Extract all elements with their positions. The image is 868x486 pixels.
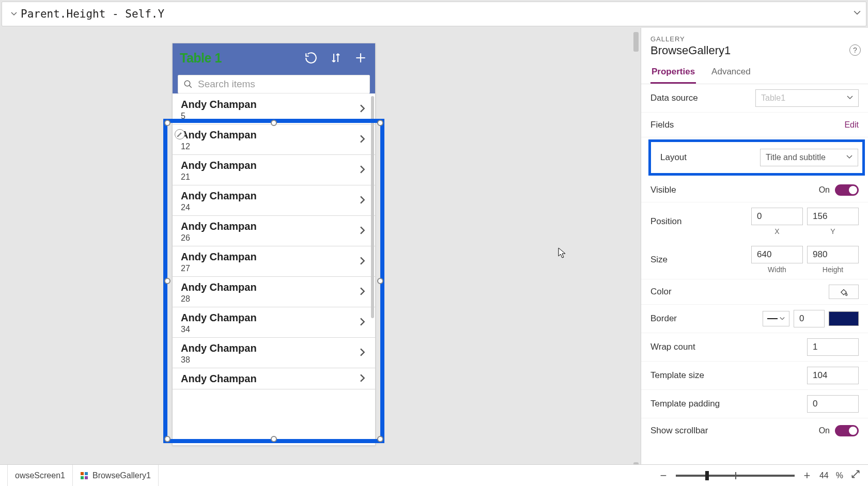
- zoom-in-button[interactable]: +: [802, 469, 812, 482]
- formula-text[interactable]: Parent.Height - Self.Y: [21, 8, 859, 20]
- refresh-icon[interactable]: [304, 51, 318, 65]
- app-header: Table 1: [173, 43, 375, 72]
- chevron-down-icon: [847, 93, 853, 103]
- chevron-right-icon[interactable]: [359, 318, 367, 328]
- formula-dropdown[interactable]: [9, 9, 19, 19]
- tab-advanced[interactable]: Advanced: [710, 62, 752, 84]
- prop-template-size: Template size: [641, 362, 868, 390]
- add-icon[interactable]: [353, 51, 368, 65]
- formula-bar[interactable]: Parent.Height - Self.Y: [2, 2, 866, 26]
- border-style-select[interactable]: [763, 311, 789, 326]
- breadcrumb-screen[interactable]: owseScreen1: [7, 465, 73, 486]
- app-title[interactable]: Table 1: [180, 51, 293, 66]
- chevron-right-icon[interactable]: [359, 287, 367, 297]
- chevron-down-icon: [11, 11, 17, 17]
- row-title: Andy Champan: [181, 281, 359, 293]
- breadcrumb-control[interactable]: BrowseGallery1: [73, 465, 159, 486]
- chevron-right-icon[interactable]: [359, 348, 367, 358]
- size-width-input[interactable]: [751, 246, 803, 263]
- scrollbar-toggle[interactable]: [835, 425, 859, 436]
- position-y-input[interactable]: [807, 208, 859, 225]
- gallery-row[interactable]: Andy Champan24: [173, 185, 375, 216]
- row-subtitle: 27: [181, 264, 359, 273]
- control-name[interactable]: BrowseGallery1: [641, 43, 868, 62]
- tab-properties[interactable]: Properties: [650, 62, 696, 84]
- chevron-right-icon[interactable]: [359, 104, 367, 115]
- chevron-right-icon[interactable]: [359, 135, 367, 145]
- canvas[interactable]: Table 1 Search items: [0, 28, 641, 486]
- row-title: Andy Champan: [181, 220, 359, 232]
- gallery-row[interactable]: Andy Champan26: [173, 216, 375, 246]
- prop-size: Size Width Height: [641, 241, 868, 279]
- prop-border: Border: [641, 305, 868, 333]
- resize-handle[interactable]: [164, 120, 171, 126]
- search-placeholder: Search items: [198, 79, 255, 90]
- chevron-down-icon: [846, 153, 853, 162]
- search-input[interactable]: Search items: [178, 75, 370, 93]
- gallery-row[interactable]: Andy Champan28: [173, 277, 375, 307]
- size-height-input[interactable]: [807, 246, 859, 263]
- row-title: Andy Champan: [181, 372, 359, 385]
- svg-rect-4: [85, 476, 88, 479]
- sort-icon[interactable]: [329, 51, 343, 65]
- svg-rect-3: [81, 476, 84, 479]
- scrollbar-thumb-top[interactable]: [633, 32, 639, 52]
- template-size-input[interactable]: [807, 367, 859, 384]
- row-subtitle: 38: [181, 355, 359, 365]
- gallery-row[interactable]: Andy Champan5: [173, 94, 375, 124]
- gallery-row[interactable]: Andy Champan27: [173, 246, 375, 277]
- gallery[interactable]: Andy Champan5Andy Champan12Andy Champan2…: [173, 94, 375, 445]
- resize-handle[interactable]: [377, 278, 383, 284]
- properties-tabs: Properties Advanced: [641, 62, 868, 84]
- resize-handle[interactable]: [377, 436, 383, 442]
- chevron-down-icon: [854, 9, 861, 17]
- svg-point-0: [184, 81, 190, 86]
- layout-select[interactable]: Title and subtitle: [760, 149, 858, 166]
- chevron-right-icon[interactable]: [359, 226, 367, 237]
- gallery-scrollbar[interactable]: [371, 96, 374, 318]
- fields-edit-link[interactable]: Edit: [844, 120, 859, 130]
- gallery-row[interactable]: Andy Champan38: [173, 338, 375, 368]
- wrap-count-input[interactable]: [807, 338, 859, 356]
- row-title: Andy Champan: [181, 250, 359, 263]
- zoom-controls: − + 44 %: [658, 469, 861, 482]
- chevron-right-icon[interactable]: [359, 165, 367, 176]
- chevron-right-icon[interactable]: [359, 257, 367, 267]
- zoom-out-button[interactable]: −: [658, 469, 669, 482]
- template-padding-input[interactable]: [807, 395, 859, 413]
- row-title: Andy Champan: [181, 98, 359, 111]
- prop-layout: Layout Title and subtitle: [658, 145, 860, 170]
- border-width-input[interactable]: [794, 310, 825, 327]
- gallery-row[interactable]: Andy Champan12: [173, 124, 375, 155]
- canvas-scrollbar[interactable]: [632, 32, 640, 482]
- row-subtitle: 34: [181, 325, 359, 334]
- help-button[interactable]: ?: [849, 44, 861, 56]
- gallery-row[interactable]: Andy Champan34: [173, 307, 375, 338]
- formula-expand[interactable]: [854, 9, 861, 19]
- chevron-right-icon[interactable]: [359, 196, 367, 206]
- zoom-slider[interactable]: [676, 475, 795, 477]
- row-title: Andy Champan: [181, 311, 359, 324]
- gallery-row[interactable]: Andy Champan: [173, 368, 375, 389]
- prop-show-scrollbar: Show scrollbar On: [641, 418, 868, 443]
- edit-template-button[interactable]: [175, 129, 185, 139]
- prop-color: Color: [641, 279, 868, 305]
- visible-toggle[interactable]: [835, 184, 859, 196]
- chevron-right-icon[interactable]: [359, 374, 367, 384]
- prop-wrap-count: Wrap count: [641, 333, 868, 362]
- mouse-cursor-icon: [558, 247, 567, 259]
- gallery-row[interactable]: Andy Champan21: [173, 155, 375, 185]
- fit-to-screen-button[interactable]: [850, 469, 861, 482]
- zoom-value: 44: [819, 471, 829, 480]
- resize-handle[interactable]: [164, 278, 171, 284]
- position-x-input[interactable]: [751, 208, 803, 225]
- row-title: Andy Champan: [181, 159, 359, 171]
- resize-handle[interactable]: [164, 436, 171, 442]
- pencil-icon: [177, 131, 183, 137]
- prop-data-source: Data source Table1: [641, 84, 868, 113]
- data-source-select[interactable]: Table1: [755, 89, 859, 107]
- resize-handle[interactable]: [377, 120, 383, 126]
- search-row: Search items: [173, 72, 375, 93]
- color-picker[interactable]: [829, 285, 859, 299]
- border-color-picker[interactable]: [829, 311, 859, 326]
